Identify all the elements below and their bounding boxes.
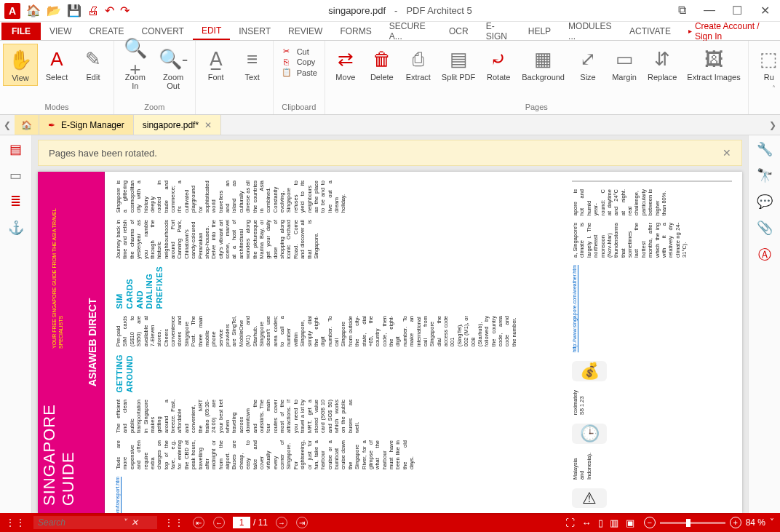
body-text: roximately S$ 1.23 (572, 390, 732, 415)
redo-icon[interactable]: ↷ (120, 4, 130, 17)
tab-esign[interactable]: E-SIGN (477, 22, 520, 40)
save-icon[interactable]: 💾 (67, 4, 81, 17)
search-input[interactable] (38, 517, 118, 528)
close-icon[interactable]: ✕ (131, 517, 138, 528)
page-indicator: 1 / 11 (233, 517, 268, 528)
tab-secure[interactable]: SECURE A... (381, 22, 440, 40)
replace-button[interactable]: ⇵Replace (643, 44, 681, 84)
currency-icon: 💰 (572, 361, 607, 381)
thumbnails-icon[interactable]: ▤ (9, 141, 22, 157)
split-button[interactable]: ▤Split PDF (437, 44, 479, 84)
doc-tab-document[interactable]: singapore.pdf*✕ (134, 115, 221, 135)
page-columns: Singapore is a glittering cosmopolitan c… (105, 172, 742, 513)
ru-button[interactable]: ⬚Ru (752, 44, 780, 84)
body-text: Pre-paid SIM cards (S$10 to S$50) are av… (115, 316, 562, 346)
view-button[interactable]: ✋View (3, 44, 38, 86)
page-first[interactable]: ⇤ (192, 517, 205, 528)
page-next[interactable]: → (275, 517, 288, 528)
home-icon[interactable]: 🏠 (26, 4, 41, 17)
hyperlink[interactable]: http://www.singapore.com/transport.htm (115, 477, 562, 513)
text-button[interactable]: ≡Text (235, 44, 270, 84)
tab-modules[interactable]: MODULES ... (560, 22, 621, 40)
zoom-in-button[interactable]: 🔍+Zoom In (117, 44, 154, 93)
clock-icon: 🕒 (572, 424, 607, 444)
select-button[interactable]: ASelect (39, 44, 74, 84)
tab-forms[interactable]: FORMS (331, 22, 380, 40)
copy-button[interactable]: ⎘Copy (281, 57, 317, 66)
two-page-icon[interactable]: ▣ (626, 517, 634, 528)
single-page-icon[interactable]: ▯ (598, 517, 603, 528)
layers-icon[interactable]: ≣ (10, 194, 21, 210)
group-pages: ⇄Move 🗑Delete ⎙Extract ▤Split PDF ⤾Rotat… (325, 41, 749, 114)
attachment-icon[interactable]: 📎 (757, 220, 773, 236)
file-tab[interactable]: FILE (1, 23, 41, 40)
tools-icon[interactable]: 🔧 (757, 141, 773, 157)
scissors-icon: ✂ (281, 47, 292, 56)
paste-button[interactable]: 📋Paste (281, 68, 317, 77)
close-icon[interactable]: ✕ (754, 4, 776, 17)
page-current[interactable]: 1 (233, 517, 250, 528)
collapse-ribbon-icon[interactable]: ˄ (772, 84, 776, 92)
close-tab-icon[interactable]: ✕ (204, 120, 212, 130)
page-banner: SINGAPORE GUIDE YOUR FREE SINGAPORE GUID… (38, 172, 80, 513)
pdf-page[interactable]: SINGAPORE GUIDE YOUR FREE SINGAPORE GUID… (38, 172, 742, 513)
delete-button[interactable]: 🗑Delete (365, 44, 399, 84)
warning-icon: ⚠ (572, 488, 607, 509)
body-text: Taxis are more expensive and often requi… (115, 440, 562, 469)
zoom-slider[interactable] (660, 522, 725, 524)
tab-help[interactable]: HELP (520, 22, 560, 40)
tab-insert[interactable]: INSERT (230, 22, 279, 40)
group-modes: ✋View ASelect ✎Edit Modes (0, 41, 114, 114)
fit-width-icon[interactable]: ↔ (582, 517, 592, 528)
zoom-out-button[interactable]: − (644, 517, 656, 528)
move-button[interactable]: ⇄Move (328, 44, 363, 84)
page-prev[interactable]: ← (212, 517, 226, 528)
extract-images-button[interactable]: 🖼Extract Images (682, 44, 744, 84)
tab-nav-right[interactable]: ❯ (765, 120, 780, 130)
group-label: Zoom (114, 103, 195, 114)
zoom-control: − + 84 % ˅ (644, 517, 774, 528)
background-button[interactable]: ▦Background (517, 44, 569, 84)
hyperlink[interactable]: http://www.singapore.com/weather.htm (572, 265, 732, 352)
search-box[interactable]: ˅ ✕ (33, 516, 157, 529)
home-icon: 🏠 (21, 120, 32, 130)
undo-icon[interactable]: ↶ (105, 4, 114, 17)
maximize-icon[interactable]: ☐ (726, 4, 748, 17)
fullscreen-icon[interactable]: ⛶ (565, 517, 575, 528)
bookmarks-icon[interactable]: ▭ (9, 167, 22, 183)
edit-button[interactable]: ✎Edit (76, 44, 111, 84)
tab-view[interactable]: VIEW (41, 22, 81, 40)
print-icon[interactable]: 🖨 (87, 4, 99, 17)
notification-text: Pages have been rotated. (49, 148, 157, 159)
close-notification-icon[interactable]: ✕ (723, 147, 731, 159)
tab-nav-left[interactable]: ❮ (0, 120, 15, 130)
binoculars-icon[interactable]: 🔭 (757, 167, 773, 183)
open-icon[interactable]: 📂 (47, 4, 61, 17)
work-area: ▤ ▭ ≣ ⚓ Pages have been rotated. ✕ SINGA… (0, 135, 780, 513)
chevron-down-icon[interactable]: ˅ (122, 517, 127, 528)
size-button[interactable]: ⤢Size (570, 44, 605, 84)
tab-activate[interactable]: ACTIVATE (621, 22, 680, 40)
restore-down-icon[interactable]: ⧉ (671, 4, 693, 17)
font-button[interactable]: A̲Font (199, 44, 234, 84)
minimize-icon[interactable]: — (699, 4, 720, 17)
comment-icon[interactable]: 💬 (757, 194, 773, 210)
account-link[interactable]: Create Account / Sign In (680, 22, 780, 40)
tab-ocr[interactable]: OCR (440, 22, 477, 40)
doc-tab-home[interactable]: 🏠 (15, 115, 39, 135)
group-label: Clipboard (274, 103, 325, 114)
extract-button[interactable]: ⎙Extract (401, 44, 436, 84)
continuous-icon[interactable]: ▥ (610, 517, 618, 528)
doc-tab-esign[interactable]: ✒E-Sign Manager (39, 115, 134, 135)
tab-review[interactable]: REVIEW (279, 22, 331, 40)
cut-button[interactable]: ✂Cut (281, 47, 317, 56)
rotate-button[interactable]: ⤾Rotate (481, 44, 516, 84)
stamp-icon[interactable]: Ⓐ (758, 246, 771, 263)
zoom-out-button[interactable]: 🔍-Zoom Out (155, 44, 192, 93)
tab-edit[interactable]: EDIT (193, 22, 230, 40)
margin-button[interactable]: ▭Margin (607, 44, 642, 84)
anchor-icon[interactable]: ⚓ (8, 220, 24, 236)
chevron-down-icon[interactable]: ˅ (770, 517, 774, 528)
page-last[interactable]: ⇥ (295, 517, 309, 528)
zoom-in-button[interactable]: + (730, 517, 741, 528)
